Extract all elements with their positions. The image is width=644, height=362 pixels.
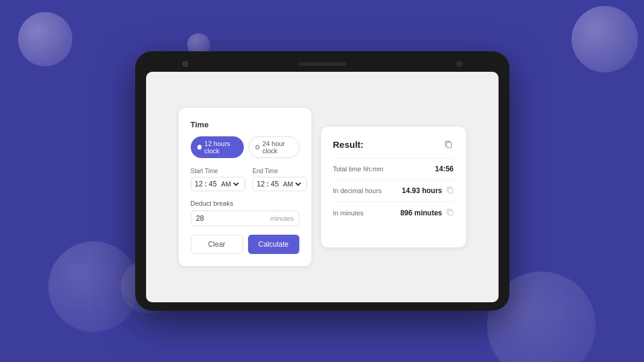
section-title: Time	[191, 120, 299, 129]
deduct-input-wrap: minutes	[191, 211, 299, 226]
result-row-minutes: In minutes 896 minutes	[333, 202, 454, 224]
decorative-blob-3	[572, 6, 638, 72]
tablet-screen: Time 12 hours clock 24 hour clock Start …	[146, 72, 499, 302]
start-hour: 12	[195, 180, 203, 188]
end-time-input[interactable]: 12 : 45 AM PM	[252, 177, 307, 191]
clock-options: 12 hours clock 24 hour clock	[191, 136, 299, 158]
minutes-value: 896 minutes	[400, 209, 442, 217]
result-card: Result: Total time hh:mm 14:56 In decima…	[321, 127, 466, 247]
end-minute: 45	[271, 180, 279, 188]
copy-all-icon	[444, 140, 453, 148]
end-time-group: End Time 12 : 45 AM PM	[252, 168, 307, 191]
start-time-group: Start Time 12 : 45 AM PM	[191, 168, 246, 191]
calculate-button[interactable]: Calculate	[248, 235, 299, 254]
camera-left	[182, 61, 188, 67]
end-time-label: End Time	[252, 168, 307, 174]
tablet-top-bar	[146, 62, 499, 66]
start-minute: 45	[209, 180, 217, 188]
start-colon: :	[205, 180, 207, 188]
24-hour-clock-option[interactable]: 24 hour clock	[249, 136, 299, 158]
copy-minutes-icon	[446, 208, 454, 216]
start-period-select[interactable]: AM PM	[218, 180, 241, 188]
minutes-label: In minutes	[333, 209, 364, 217]
end-colon: :	[267, 180, 269, 188]
copy-minutes-button[interactable]	[446, 208, 454, 218]
24-hour-clock-label: 24 hour clock	[263, 140, 293, 154]
speaker	[298, 62, 346, 66]
total-time-value-group: 14:56	[435, 165, 454, 173]
decimal-hours-value-group: 14.93 hours	[402, 186, 454, 195]
radio-active-dot	[197, 145, 202, 150]
decimal-hours-value: 14.93 hours	[402, 186, 442, 195]
copy-all-button[interactable]	[443, 139, 454, 150]
tablet: Time 12 hours clock 24 hour clock Start …	[135, 51, 509, 311]
copy-decimal-icon	[446, 186, 454, 194]
time-calculator-card: Time 12 hours clock 24 hour clock Start …	[179, 108, 311, 266]
time-row: Start Time 12 : 45 AM PM End Time 12	[191, 168, 299, 191]
total-time-value: 14:56	[435, 165, 454, 173]
svg-rect-0	[447, 142, 451, 148]
svg-rect-1	[448, 188, 452, 193]
clear-button[interactable]: Clear	[191, 235, 243, 254]
result-header: Result:	[333, 139, 454, 150]
minutes-value-group: 896 minutes	[400, 208, 453, 218]
camera-right	[456, 61, 462, 67]
decorative-blob-1	[18, 12, 72, 66]
result-row-decimal-hours: In decimal hours 14.93 hours	[333, 179, 454, 202]
button-row: Clear Calculate	[191, 235, 299, 254]
end-hour: 12	[257, 180, 264, 188]
result-row-total-time: Total time hh:mm 14:56	[333, 158, 454, 179]
deduct-input[interactable]	[196, 214, 270, 223]
result-title: Result:	[333, 139, 364, 150]
decimal-hours-label: In decimal hours	[333, 187, 382, 194]
copy-decimal-button[interactable]	[446, 186, 454, 195]
total-time-label: Total time hh:mm	[333, 165, 384, 173]
start-time-label: Start Time	[191, 168, 246, 174]
start-time-input[interactable]: 12 : 45 AM PM	[191, 177, 246, 191]
svg-rect-2	[448, 211, 452, 215]
deduct-label: Deduct breaks	[191, 200, 299, 207]
12-hour-clock-label: 12 hours clock	[205, 140, 237, 154]
end-period-select[interactable]: AM PM	[281, 180, 303, 188]
radio-inactive-dot	[255, 145, 260, 150]
12-hour-clock-option[interactable]: 12 hours clock	[191, 136, 244, 158]
deduct-unit: minutes	[270, 215, 294, 222]
